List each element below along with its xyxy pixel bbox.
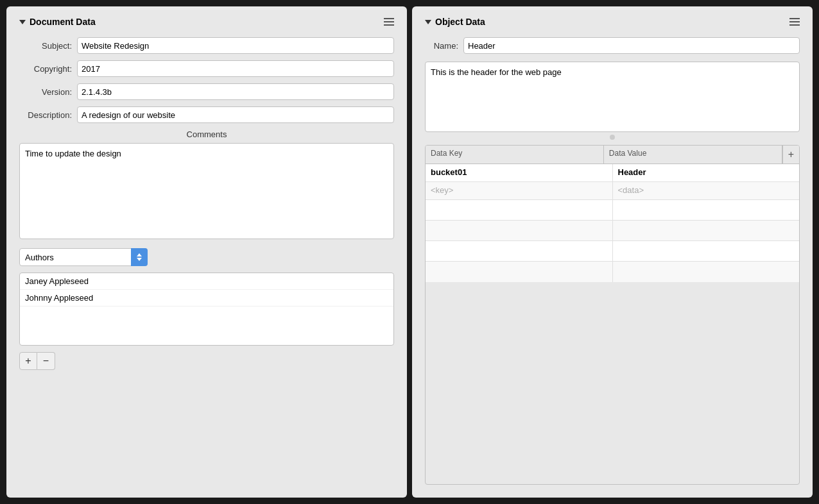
document-panel-header: Document Data bbox=[19, 17, 394, 27]
table-cell-value-empty bbox=[613, 241, 800, 261]
table-cell-value-empty bbox=[613, 221, 800, 240]
table-row bbox=[426, 262, 799, 282]
table-cell-key-placeholder: <key> bbox=[426, 182, 613, 199]
document-panel-title-text: Document Data bbox=[30, 17, 96, 27]
table-cell-key-empty bbox=[426, 200, 613, 220]
table-header-row: Data Key Data Value + bbox=[426, 146, 799, 164]
add-data-row-button[interactable]: + bbox=[782, 146, 799, 164]
drag-dot-icon bbox=[610, 135, 615, 140]
object-description-textarea[interactable]: This is the header for the web page bbox=[425, 62, 800, 132]
data-key-header: Data Key bbox=[426, 146, 604, 164]
remove-author-button[interactable]: − bbox=[37, 352, 55, 370]
object-data-panel: Object Data Name: This is the header for… bbox=[412, 6, 813, 498]
object-panel-menu-icon[interactable] bbox=[789, 18, 800, 26]
name-label: Name: bbox=[425, 41, 463, 51]
subject-input[interactable] bbox=[77, 37, 394, 54]
object-panel-header: Object Data bbox=[425, 17, 800, 27]
table-cell-value: Header bbox=[613, 164, 800, 181]
table-cell-key-empty bbox=[426, 262, 613, 282]
document-form: Subject: Copyright: Version: Description… bbox=[19, 37, 394, 370]
authors-list-empty-space bbox=[20, 307, 393, 345]
comments-textarea[interactable]: Time to update the design bbox=[19, 143, 394, 239]
object-panel-title: Object Data bbox=[425, 17, 485, 27]
description-row: Description: bbox=[19, 106, 394, 123]
list-item[interactable]: Johnny Appleseed bbox=[20, 290, 393, 307]
table-row[interactable]: bucket01 Header bbox=[426, 164, 799, 182]
copyright-label: Copyright: bbox=[19, 64, 77, 74]
description-label: Description: bbox=[19, 110, 77, 120]
table-cell-value-empty bbox=[613, 200, 800, 220]
authors-list: Janey Appleseed Johnny Appleseed bbox=[19, 273, 394, 346]
table-cell-value-empty bbox=[613, 262, 800, 282]
document-data-panel: Document Data Subject: Copyright: Versio… bbox=[6, 6, 407, 498]
data-key-value-table: Data Key Data Value + bucket01 Header <k… bbox=[425, 145, 800, 485]
object-panel-title-text: Object Data bbox=[435, 17, 485, 27]
description-input[interactable] bbox=[77, 106, 394, 123]
subject-row: Subject: bbox=[19, 37, 394, 54]
drag-handle bbox=[425, 135, 800, 140]
list-item[interactable]: Janey Appleseed bbox=[20, 273, 393, 290]
subject-label: Subject: bbox=[19, 41, 77, 51]
table-cell-key: bucket01 bbox=[426, 164, 613, 181]
table-row[interactable]: <key> <data> bbox=[426, 182, 799, 200]
authors-select-wrapper: Authors bbox=[19, 248, 148, 266]
table-row bbox=[426, 200, 799, 221]
copyright-input[interactable] bbox=[77, 60, 394, 77]
table-cell-key-empty bbox=[426, 241, 613, 261]
authors-dropdown[interactable]: Authors bbox=[19, 248, 148, 266]
copyright-row: Copyright: bbox=[19, 60, 394, 77]
name-input[interactable] bbox=[463, 37, 800, 54]
document-panel-title: Document Data bbox=[19, 17, 96, 27]
object-form: Name: This is the header for the web pag… bbox=[425, 37, 800, 485]
document-panel-menu-icon[interactable] bbox=[384, 18, 394, 26]
table-row bbox=[426, 241, 799, 262]
version-input[interactable] bbox=[77, 83, 394, 100]
object-collapse-triangle-icon[interactable] bbox=[425, 20, 431, 24]
name-row: Name: bbox=[425, 37, 800, 54]
add-remove-buttons: + − bbox=[19, 352, 394, 370]
add-author-button[interactable]: + bbox=[19, 352, 37, 370]
version-row: Version: bbox=[19, 83, 394, 100]
collapse-triangle-icon[interactable] bbox=[19, 20, 26, 24]
table-cell-value-placeholder: <data> bbox=[613, 182, 800, 199]
data-value-header: Data Value bbox=[604, 146, 782, 164]
version-label: Version: bbox=[19, 87, 77, 97]
comments-section-label: Comments bbox=[19, 130, 394, 139]
authors-select-row: Authors bbox=[19, 248, 394, 266]
table-body: bucket01 Header <key> <data> bbox=[426, 164, 799, 282]
table-row bbox=[426, 221, 799, 241]
table-cell-key-empty bbox=[426, 221, 613, 240]
